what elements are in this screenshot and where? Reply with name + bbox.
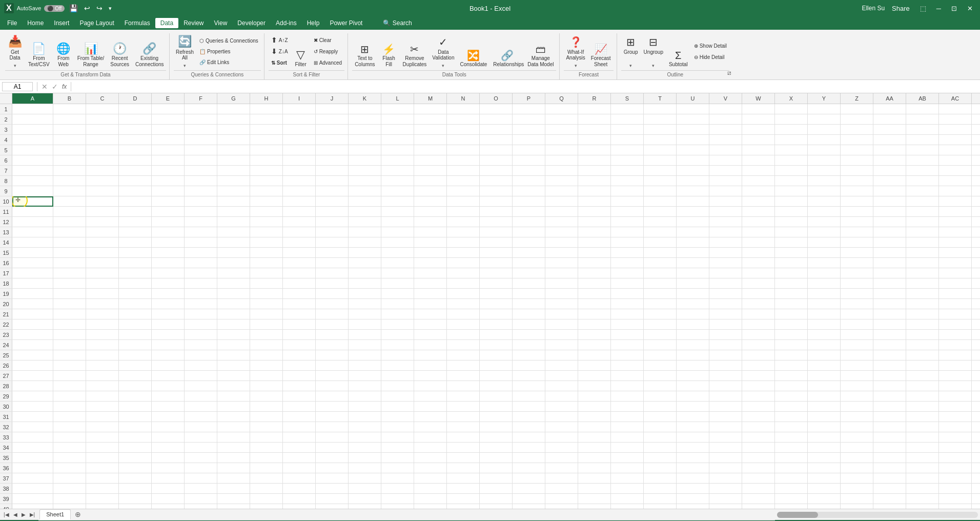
cell-H11[interactable] xyxy=(250,207,283,217)
cell-T7[interactable] xyxy=(644,166,677,176)
row-number-27[interactable]: 27 xyxy=(0,371,12,380)
cell-T24[interactable] xyxy=(644,340,677,350)
cell-J24[interactable] xyxy=(316,340,349,350)
cell-O18[interactable] xyxy=(480,278,513,289)
cell-K4[interactable] xyxy=(349,135,381,145)
cell-AC36[interactable] xyxy=(939,463,972,473)
cell-W19[interactable] xyxy=(742,289,775,299)
cell-S14[interactable] xyxy=(611,237,644,248)
cell-Z20[interactable] xyxy=(841,299,873,309)
col-header-E[interactable]: E xyxy=(152,93,185,104)
cell-O37[interactable] xyxy=(480,473,513,484)
cell-AC1[interactable] xyxy=(939,104,972,114)
cell-S13[interactable] xyxy=(611,227,644,237)
cell-T31[interactable] xyxy=(644,412,677,422)
col-header-U[interactable]: U xyxy=(677,93,709,104)
cell-D32[interactable] xyxy=(119,422,152,432)
cell-S39[interactable] xyxy=(611,494,644,504)
cell-I16[interactable] xyxy=(283,258,316,268)
cell-R20[interactable] xyxy=(578,299,611,309)
cell-H13[interactable] xyxy=(250,227,283,237)
cell-R14[interactable] xyxy=(578,237,611,248)
cell-X27[interactable] xyxy=(775,371,808,381)
cell-P12[interactable] xyxy=(513,217,545,227)
cell-P14[interactable] xyxy=(513,237,545,248)
cell-K28[interactable] xyxy=(349,381,381,391)
cell-U16[interactable] xyxy=(677,258,709,268)
cell-T1[interactable] xyxy=(644,104,677,114)
cell-AB23[interactable] xyxy=(906,330,939,340)
cell-A35[interactable] xyxy=(12,453,53,463)
cell-Y25[interactable] xyxy=(808,350,841,360)
cell-U7[interactable] xyxy=(677,166,709,176)
cell-H17[interactable] xyxy=(250,268,283,278)
cell-V32[interactable] xyxy=(709,422,742,432)
cell-D15[interactable] xyxy=(119,248,152,258)
cell-H4[interactable] xyxy=(250,135,283,145)
cell-C33[interactable] xyxy=(86,432,119,443)
cell-U28[interactable] xyxy=(677,381,709,391)
cell-AA13[interactable] xyxy=(873,227,906,237)
cell-Z19[interactable] xyxy=(841,289,873,299)
col-header-L[interactable]: L xyxy=(381,93,414,104)
col-header-C[interactable]: C xyxy=(86,93,119,104)
cell-Q21[interactable] xyxy=(545,309,578,319)
cell-L30[interactable] xyxy=(381,402,414,412)
cell-C22[interactable] xyxy=(86,319,119,330)
cell-P31[interactable] xyxy=(513,412,545,422)
cell-F22[interactable] xyxy=(185,319,217,330)
cell-R39[interactable] xyxy=(578,494,611,504)
cell-I37[interactable] xyxy=(283,473,316,484)
cell-L37[interactable] xyxy=(381,473,414,484)
cell-G19[interactable] xyxy=(217,289,250,299)
cell-T22[interactable] xyxy=(644,319,677,330)
cell-K2[interactable] xyxy=(349,114,381,125)
cell-W27[interactable] xyxy=(742,371,775,381)
col-header-Y[interactable]: Y xyxy=(808,93,841,104)
cell-D21[interactable] xyxy=(119,309,152,319)
cell-AC22[interactable] xyxy=(939,319,972,330)
cell-G17[interactable] xyxy=(217,268,250,278)
cell-AA15[interactable] xyxy=(873,248,906,258)
cell-H14[interactable] xyxy=(250,237,283,248)
cell-V39[interactable] xyxy=(709,494,742,504)
cell-AB15[interactable] xyxy=(906,248,939,258)
cell-V29[interactable] xyxy=(709,391,742,402)
group-main[interactable]: ⊞ Group xyxy=(621,33,641,61)
row-number-24[interactable]: 24 xyxy=(0,340,12,350)
cell-AA10[interactable] xyxy=(873,196,906,207)
cell-N23[interactable] xyxy=(447,330,480,340)
cell-V3[interactable] xyxy=(709,125,742,135)
cell-AA17[interactable] xyxy=(873,268,906,278)
cell-Y24[interactable] xyxy=(808,340,841,350)
cell-X24[interactable] xyxy=(775,340,808,350)
cell-J8[interactable] xyxy=(316,176,349,186)
cell-K33[interactable] xyxy=(349,432,381,443)
cell-B27[interactable] xyxy=(53,371,86,381)
cell-D12[interactable] xyxy=(119,217,152,227)
cell-Z10[interactable] xyxy=(841,196,873,207)
cell-V27[interactable] xyxy=(709,371,742,381)
cell-Q20[interactable] xyxy=(545,299,578,309)
cell-R24[interactable] xyxy=(578,340,611,350)
cell-E29[interactable] xyxy=(152,391,185,402)
cell-L24[interactable] xyxy=(381,340,414,350)
menu-item-help[interactable]: Help xyxy=(302,18,325,28)
row-number-4[interactable]: 4 xyxy=(0,135,12,145)
cell-Z39[interactable] xyxy=(841,494,873,504)
cell-S31[interactable] xyxy=(611,412,644,422)
cell-J27[interactable] xyxy=(316,371,349,381)
cell-AC5[interactable] xyxy=(939,145,972,155)
cell-T9[interactable] xyxy=(644,186,677,196)
cell-J22[interactable] xyxy=(316,319,349,330)
cell-AA18[interactable] xyxy=(873,278,906,289)
cell-S9[interactable] xyxy=(611,186,644,196)
cell-C20[interactable] xyxy=(86,299,119,309)
row-number-28[interactable]: 28 xyxy=(0,381,12,391)
cell-AB37[interactable] xyxy=(906,473,939,484)
cell-V18[interactable] xyxy=(709,278,742,289)
cell-AC39[interactable] xyxy=(939,494,972,504)
cell-Y12[interactable] xyxy=(808,217,841,227)
cell-J6[interactable] xyxy=(316,155,349,166)
cell-V31[interactable] xyxy=(709,412,742,422)
